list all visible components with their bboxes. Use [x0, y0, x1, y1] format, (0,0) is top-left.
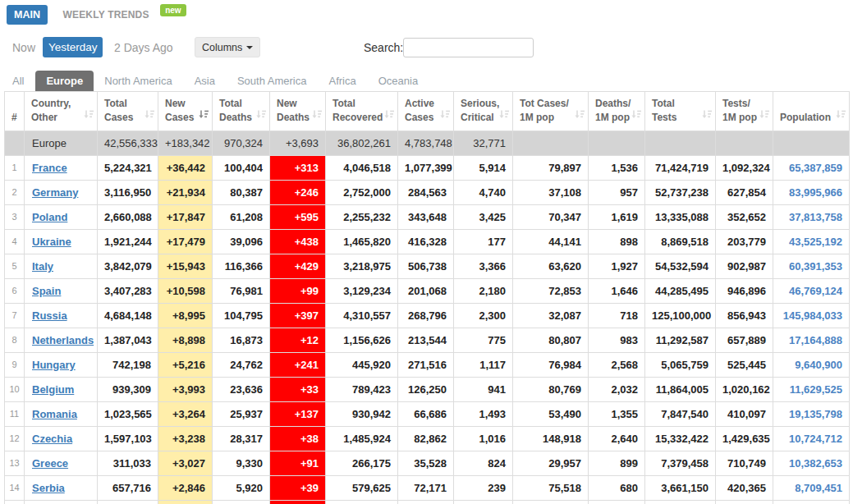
cell-cases-1m: 32,087 — [513, 303, 589, 328]
main-tab-button[interactable]: MAIN — [7, 5, 48, 25]
region-tab-south-america[interactable]: South America — [237, 71, 307, 92]
column-header-deaths-1m-pop[interactable]: Deaths/1M pop — [589, 92, 645, 131]
cell-deaths-1m — [589, 500, 645, 504]
search-input[interactable] — [403, 38, 534, 57]
cell-active: 416,328 — [398, 229, 454, 254]
cell-tests-1m: 420,365 — [716, 475, 773, 500]
cell-recovered: 3,218,975 — [326, 254, 398, 278]
country-link[interactable]: France — [32, 162, 67, 174]
tab-2-days-ago[interactable]: 2 Days Ago — [114, 41, 173, 54]
cell-population — [773, 131, 850, 155]
cell-population[interactable]: 9,640,900 — [773, 352, 850, 377]
cell-recovered: 1,485,924 — [326, 426, 398, 451]
column-header-total-tests[interactable]: TotalTests — [645, 92, 716, 131]
columns-dropdown-button[interactable]: Columns — [195, 37, 260, 57]
cell-tests-1m: 410,097 — [716, 401, 773, 426]
cell-population[interactable]: 10,382,653 — [773, 451, 850, 475]
weekly-trends-tab[interactable]: WEEKLY TRENDS — [62, 9, 149, 21]
cell-population[interactable]: 37,813,758 — [773, 204, 850, 229]
region-tab-asia[interactable]: Asia — [195, 71, 215, 92]
region-tab-north-america[interactable]: North America — [104, 71, 172, 92]
cell-tests: 7,379,458 — [645, 451, 716, 475]
cell-serious: 4,740 — [454, 180, 513, 204]
cell-total-cases: 939,309 — [98, 377, 158, 401]
country-link[interactable]: Belgium — [32, 383, 74, 396]
cell-population[interactable]: 11,629,525 — [773, 377, 850, 401]
column-header-tot-cases-1m-pop[interactable]: Tot Cases/1M pop — [513, 92, 589, 131]
cell-population[interactable]: 60,391,353 — [773, 254, 850, 278]
cell-recovered: 266,175 — [326, 451, 398, 475]
cell-population[interactable]: 19,135,798 — [773, 401, 850, 426]
country-row: 5Italy3,842,079+15,943116,366+4293,218,9… — [5, 254, 850, 278]
country-link[interactable]: Italy — [32, 260, 53, 273]
country-link[interactable]: Serbia — [32, 482, 65, 494]
cell-population[interactable]: 10,724,712 — [773, 426, 850, 451]
cell-deaths-1m: 2,032 — [589, 377, 645, 401]
rank-cell: 8 — [5, 328, 25, 352]
column-header-tests-1m-pop[interactable]: Tests/1M pop — [716, 92, 773, 131]
sort-icon — [384, 109, 394, 123]
cell-total-deaths: 39,096 — [213, 229, 270, 254]
sort-icon — [312, 109, 322, 123]
caret-down-icon — [246, 46, 253, 49]
column-header-country-other[interactable]: Country,Other — [25, 92, 98, 131]
cell-population[interactable]: 145,984,033 — [773, 303, 850, 328]
country-link[interactable]: Spain — [32, 285, 61, 297]
cell-deaths-1m: 1,646 — [589, 278, 645, 303]
cell-population[interactable]: 8,709,451 — [773, 475, 850, 500]
region-tab-all[interactable]: All — [12, 71, 24, 92]
region-tab-africa[interactable]: Africa — [328, 71, 355, 92]
country-link[interactable]: Ukraine — [32, 236, 71, 248]
cell-deaths-1m: 957 — [589, 180, 645, 204]
country-cell — [25, 500, 98, 504]
country-row: 13Greece311,033+3,0279,330+91266,17535,5… — [5, 451, 850, 475]
column-header-active-cases[interactable]: ActiveCases — [398, 92, 454, 131]
cell-recovered: 1,465,820 — [326, 229, 398, 254]
column-header-total-deaths[interactable]: TotalDeaths — [213, 92, 270, 131]
cell-population[interactable]: 43,525,192 — [773, 229, 850, 254]
column-header-serious-critical[interactable]: Serious,Critical — [454, 92, 513, 131]
sort-icon — [575, 109, 585, 123]
rank-cell: 9 — [5, 352, 25, 377]
country-link[interactable]: Germany — [32, 186, 78, 199]
cell-total-cases: 42,556,333 — [98, 131, 158, 155]
country-cell: Romania — [25, 401, 98, 426]
column-header-new-deaths[interactable]: NewDeaths — [270, 92, 326, 131]
cell-new-cases: +36,442 — [158, 155, 213, 180]
rank-cell: 1 — [5, 155, 25, 180]
country-cell: Ukraine — [25, 229, 98, 254]
cell-new-cases — [158, 500, 213, 504]
cell-new-cases: +183,342 — [158, 131, 213, 155]
cell-population[interactable]: 83,995,966 — [773, 180, 850, 204]
country-link[interactable]: Poland — [32, 211, 67, 223]
cell-cases-1m: 75,518 — [513, 475, 589, 500]
country-link[interactable]: Russia — [32, 309, 67, 322]
country-link[interactable]: Czechia — [32, 433, 72, 445]
region-tab-europe[interactable]: Europe — [35, 71, 94, 93]
country-link[interactable]: Netherlands — [32, 334, 94, 346]
cell-total-deaths: 970,324 — [213, 131, 270, 155]
cell-population[interactable]: 17,164,888 — [773, 328, 850, 352]
cell-recovered: 445,920 — [326, 352, 398, 377]
tab-yesterday[interactable]: Yesterday — [43, 37, 103, 57]
column-header-new-cases[interactable]: NewCases — [158, 92, 213, 131]
column-header-population[interactable]: Population — [773, 92, 850, 131]
cell-serious: 177 — [454, 229, 513, 254]
column-header-total-cases[interactable]: TotalCases — [98, 92, 158, 131]
cell-total-deaths: 104,795 — [213, 303, 270, 328]
cell-serious: 3,366 — [454, 254, 513, 278]
region-tab-oceania[interactable]: Oceania — [378, 71, 418, 92]
cell-serious: 1,493 — [454, 401, 513, 426]
cell-recovered: 789,423 — [326, 377, 398, 401]
cell-population[interactable]: 65,387,859 — [773, 155, 850, 180]
rank-cell: 4 — [5, 229, 25, 254]
country-link[interactable]: Hungary — [32, 359, 76, 371]
cell-new-deaths: +397 — [270, 303, 326, 328]
column-header-total-recovered[interactable]: TotalRecovered — [326, 92, 398, 131]
tab-now[interactable]: Now — [12, 41, 35, 54]
cell-total-deaths: 28,317 — [213, 426, 270, 451]
cell-population[interactable]: 46,769,124 — [773, 278, 850, 303]
cell-tests — [645, 500, 716, 504]
country-link[interactable]: Greece — [32, 457, 68, 470]
country-link[interactable]: Romania — [32, 408, 77, 420]
